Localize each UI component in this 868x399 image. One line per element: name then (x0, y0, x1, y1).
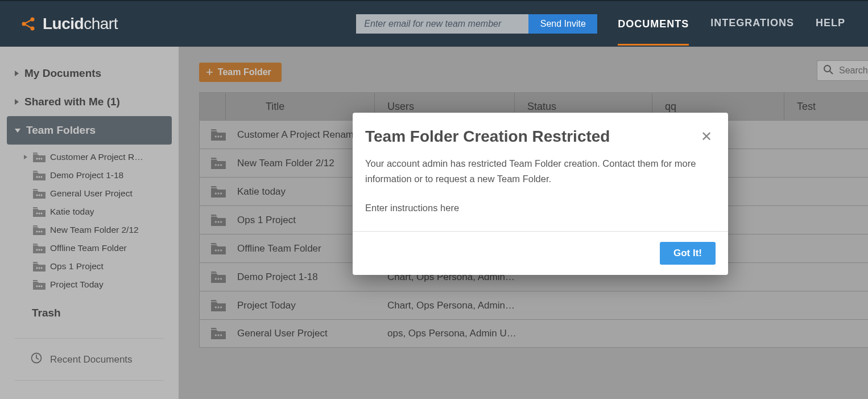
sidebar-shared-with-me[interactable]: Shared with Me (1) (0, 88, 179, 116)
svg-point-52 (217, 334, 219, 336)
team-folder-icon (200, 272, 237, 283)
tree-item-label: Demo Project 1-18 (50, 170, 123, 180)
row-title: Project Today (237, 300, 375, 311)
svg-point-33 (215, 164, 217, 166)
svg-point-13 (39, 212, 40, 214)
nav-integrations[interactable]: INTEGRATIONS (710, 17, 794, 31)
tree-item[interactable]: Offline Team Folder (0, 239, 179, 257)
sidebar-team-folders-label: Team Folders (26, 124, 96, 137)
team-folder-icon (33, 280, 46, 290)
tree-item-label: Offline Team Folder (50, 243, 127, 253)
sidebar-my-documents[interactable]: My Documents (0, 59, 179, 88)
table-row[interactable]: General User Project ops, Ops Persona, A… (200, 319, 868, 348)
nav-documents[interactable]: DOCUMENTS (618, 18, 689, 46)
tree-item[interactable]: General User Project (0, 184, 179, 203)
svg-point-11 (41, 194, 43, 196)
svg-point-41 (220, 221, 222, 223)
row-users: ops, Ops Persona, Admin U… (375, 328, 528, 339)
logo-icon (20, 15, 37, 32)
clock-icon (31, 352, 42, 367)
svg-point-42 (215, 249, 217, 251)
svg-point-51 (215, 334, 217, 336)
tree-item[interactable]: Katie today (0, 203, 179, 221)
caret-right-icon (15, 71, 19, 76)
plus-icon: + (206, 66, 213, 79)
tree-item-label: Katie today (50, 207, 94, 217)
team-folder-icon (200, 158, 237, 169)
svg-point-47 (220, 278, 222, 279)
caret-right-icon (15, 99, 19, 105)
svg-point-8 (41, 176, 43, 178)
table-row[interactable]: Project Today Chart, Ops Persona, Admin… (200, 291, 868, 319)
th-icon (200, 93, 226, 120)
svg-point-24 (36, 285, 38, 287)
team-folder-icon (33, 189, 46, 199)
search-placeholder: Search (839, 65, 868, 76)
svg-point-50 (220, 306, 222, 308)
tree-item[interactable]: New Team Folder 2/12 (0, 221, 179, 239)
svg-point-43 (217, 249, 219, 251)
sidebar-recent-documents[interactable]: Recent Documents (0, 339, 179, 367)
svg-point-21 (36, 267, 38, 269)
modal-text: Your account admin has restricted Team F… (365, 156, 716, 187)
team-email-input[interactable] (356, 14, 528, 34)
team-folder-icon (200, 300, 237, 311)
brand-text: Lucidchart (43, 15, 118, 33)
sidebar-trash[interactable]: Trash (0, 299, 179, 327)
send-invite-button[interactable]: Send Invite (528, 14, 597, 34)
th-test[interactable]: Test (784, 93, 868, 120)
team-folder-icon (200, 328, 237, 339)
invite-form: Send Invite (356, 14, 597, 34)
modal-title: Team Folder Creation Restricted (365, 127, 701, 146)
brand-logo[interactable]: Lucidchart (20, 15, 118, 33)
team-folders-tree: Customer A Project R… Demo Project 1-18 … (0, 145, 179, 299)
svg-point-10 (39, 194, 40, 196)
row-users: Chart, Ops Persona, Admin… (375, 300, 528, 311)
team-folder-icon (33, 153, 46, 162)
svg-line-29 (830, 71, 833, 74)
svg-point-23 (41, 267, 43, 269)
svg-point-6 (36, 176, 38, 178)
svg-point-49 (217, 306, 219, 308)
tree-item[interactable]: Ops 1 Project (0, 257, 179, 275)
modal-instructions: Enter instructions here (365, 200, 716, 216)
svg-point-40 (217, 221, 219, 223)
svg-point-30 (215, 135, 217, 137)
svg-point-19 (39, 249, 40, 250)
team-folder-icon (200, 215, 237, 226)
svg-point-32 (220, 135, 222, 137)
team-folder-icon (200, 129, 237, 141)
svg-point-35 (220, 164, 222, 166)
sidebar-shared-label: Shared with Me (1) (24, 96, 120, 108)
new-team-folder-label: Team Folder (218, 67, 271, 77)
svg-point-25 (39, 285, 40, 287)
nav-help[interactable]: HELP (816, 17, 845, 31)
sidebar-team-folders[interactable]: Team Folders (7, 116, 172, 145)
app-header: Lucidchart Send Invite DOCUMENTS INTEGRA… (0, 0, 868, 47)
search-input[interactable]: Search (817, 60, 868, 81)
svg-point-36 (215, 192, 217, 194)
tree-item[interactable]: Demo Project 1-18 (0, 166, 179, 184)
tree-item-label: Project Today (50, 279, 104, 290)
svg-point-34 (217, 164, 219, 166)
new-team-folder-button[interactable]: + Team Folder (199, 63, 282, 82)
caret-right-icon (24, 155, 27, 159)
svg-point-31 (217, 135, 219, 137)
caret-down-icon (15, 129, 20, 133)
got-it-button[interactable]: Got It! (660, 242, 716, 265)
tree-item-label: Ops 1 Project (50, 261, 104, 272)
svg-point-26 (41, 285, 43, 287)
close-icon[interactable]: ✕ (701, 127, 712, 143)
svg-point-39 (215, 221, 217, 223)
tree-item[interactable]: Customer A Project R… (0, 148, 179, 166)
sidebar-my-documents-label: My Documents (24, 67, 101, 80)
svg-point-20 (41, 249, 43, 250)
tree-item-label: General User Project (50, 188, 133, 199)
svg-point-5 (41, 158, 43, 159)
team-folder-icon (200, 243, 237, 254)
tree-item[interactable]: Project Today (0, 275, 179, 294)
modal-body: Your account admin has restricted Team F… (353, 146, 728, 231)
svg-point-12 (36, 212, 38, 214)
divider (15, 380, 164, 381)
top-nav: DOCUMENTS INTEGRATIONS HELP (618, 3, 868, 46)
